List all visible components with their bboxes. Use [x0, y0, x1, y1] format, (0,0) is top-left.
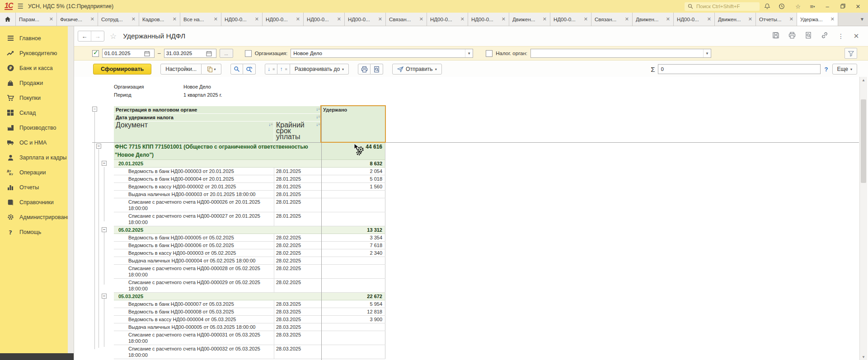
window-tab[interactable]: Кадров... ✕	[139, 13, 180, 26]
deadline-cell[interactable]: 28.01.2025	[274, 168, 321, 175]
table-row[interactable]: − Ведомость в кассу НД00-000003 от 05.02…	[114, 249, 385, 257]
deadline-cell[interactable]: 28.03.2025	[274, 331, 321, 345]
header-withheld-selected-cell[interactable]: Удержано	[321, 106, 385, 142]
collapse-group-icon[interactable]: −	[96, 144, 101, 149]
more-button[interactable]: Еще ▾	[832, 64, 857, 75]
collapse-group-icon[interactable]: −	[102, 294, 107, 299]
global-search-input[interactable]	[695, 3, 751, 9]
document-cell[interactable]: Выдача наличных НД00-000005 от 05.03.202…	[114, 323, 274, 331]
table-row[interactable]: − Ведомость в банк НД00-000008 от 05.03.…	[114, 308, 385, 316]
notifications-bell-icon[interactable]	[764, 3, 774, 9]
table-row[interactable]: − 20.01.2025 8 632	[114, 160, 385, 168]
document-cell[interactable]: 05.03.2025	[114, 293, 321, 300]
table-row[interactable]: − Выдача наличных НД00-000003 от 20.01.2…	[114, 191, 385, 198]
close-tab-icon[interactable]: ✕	[337, 17, 341, 22]
deadline-cell[interactable]: 28.01.2025	[274, 175, 321, 182]
document-cell[interactable]: Списание с расчетного счета НД00-000026 …	[114, 198, 274, 212]
chevron-down-icon[interactable]: ▼	[703, 49, 711, 57]
tax-authority-combo[interactable]: ▼	[530, 49, 711, 58]
window-tab[interactable]: Связан... ✕	[386, 13, 427, 26]
document-cell[interactable]: Списание с расчетного счета НД00-000028 …	[114, 265, 274, 278]
table-row[interactable]: − Ведомость в кассу НД00-000004 от 05.03…	[114, 316, 385, 323]
table-row[interactable]: − Списание с расчетного счета НД00-00003…	[114, 345, 385, 359]
close-tab-icon[interactable]: ✕	[214, 17, 218, 22]
window-tab[interactable]: НД00-0... ✕	[263, 13, 304, 26]
deadline-cell[interactable]: 28.01.2025	[274, 212, 321, 226]
scroll-down-icon[interactable]: ▼	[860, 354, 867, 360]
period-choice-button[interactable]: ...	[220, 49, 233, 58]
withheld-cell[interactable]: 13 312	[321, 226, 385, 234]
withheld-cell[interactable]: 5 018	[321, 175, 385, 182]
withheld-cell[interactable]: 22 672	[321, 293, 385, 300]
window-tab[interactable]: Связан... ✕	[591, 13, 633, 26]
deadline-cell[interactable]: 28.01.2025	[274, 183, 321, 190]
global-search-box[interactable]	[685, 2, 760, 11]
deadline-cell[interactable]: 28.02.2025	[274, 242, 321, 249]
deadline-cell[interactable]: 28.03.2025	[274, 345, 321, 359]
print-icon[interactable]	[786, 32, 798, 41]
scrollbar-thumb[interactable]	[861, 99, 866, 183]
report-variants-button[interactable]: ▾	[202, 64, 221, 75]
back-button[interactable]: ←	[78, 31, 91, 41]
table-row[interactable]: − Списание с расчетного счета НД00-00002…	[114, 265, 385, 279]
document-cell[interactable]: Списание с расчетного счета НД00-000027 …	[114, 212, 274, 226]
organization-checkbox[interactable]	[245, 50, 252, 57]
document-cell[interactable]: Списание с расчетного счета НД00-000029 …	[114, 279, 274, 292]
sidebar-item-prodazhi[interactable]: Продажи	[0, 75, 68, 90]
document-cell[interactable]: Ведомость в банк НД00-000008 от 05.03.20…	[114, 308, 274, 315]
withheld-cell[interactable]: 2 340	[321, 249, 385, 257]
close-tab-icon[interactable]: ✕	[707, 17, 711, 22]
close-tab-icon[interactable]: ✕	[666, 17, 670, 22]
generate-button[interactable]: Сформировать	[93, 64, 151, 75]
organization-combo[interactable]: Новое Дело ▼	[291, 49, 473, 58]
close-window-button[interactable]: ✕	[853, 3, 863, 10]
window-tab[interactable]: НД00-0... ✕	[468, 13, 509, 26]
deadline-cell[interactable]: 28.03.2025	[274, 300, 321, 308]
withheld-cell[interactable]: 5 954	[321, 300, 385, 308]
close-tab-icon[interactable]: ✕	[830, 17, 835, 22]
table-row[interactable]: − Списание с расчетного счета НД00-00003…	[114, 331, 385, 345]
window-tab[interactable]: НД00-0... ✕	[221, 13, 263, 26]
forward-button[interactable]: →	[91, 31, 104, 41]
document-cell[interactable]: Списание с расчетного счета НД00-000031 …	[114, 331, 274, 345]
withheld-cell[interactable]	[321, 345, 385, 359]
collapse-group-icon[interactable]: −	[102, 161, 107, 166]
withheld-cell[interactable]	[321, 212, 385, 226]
window-tab[interactable]: Парам... ✕	[16, 13, 57, 26]
sidebar-item-operacii[interactable]: ДтКт Операции	[0, 165, 68, 180]
close-tab-icon[interactable]: ✕	[625, 17, 629, 22]
calendar-icon[interactable]	[144, 51, 150, 56]
sidebar-item-bank-kassa[interactable]: ₽ Банк и касса	[0, 61, 68, 75]
chevron-down-icon[interactable]: ▼	[465, 49, 473, 57]
deadline-cell[interactable]: 28.03.2025	[274, 323, 321, 331]
find-next-button[interactable]	[243, 64, 256, 75]
sidebar-item-zarplata-kadry[interactable]: Зарплата и кадры	[0, 150, 68, 165]
minimize-button[interactable]: –	[822, 3, 833, 10]
deadline-cell[interactable]: 28.02.2025	[274, 279, 321, 292]
help-button[interactable]: ?	[823, 66, 830, 73]
close-tab-icon[interactable]: ✕	[173, 17, 177, 22]
close-tab-icon[interactable]: ✕	[748, 17, 752, 22]
period-from-input[interactable]	[103, 51, 144, 56]
withheld-cell[interactable]	[321, 257, 385, 264]
find-button[interactable]	[230, 64, 243, 75]
close-tab-icon[interactable]: ✕	[543, 17, 547, 22]
table-row[interactable]: − Ведомость в банк НД00-000005 от 05.02.…	[114, 234, 385, 242]
withheld-cell[interactable]	[321, 198, 385, 212]
tax-authority-checkbox[interactable]	[486, 50, 493, 57]
header-deadline[interactable]: Крайний срок уплаты ↓≡	[274, 122, 321, 142]
window-tab[interactable]: Физиче... ✕	[57, 13, 98, 26]
period-from-field[interactable]	[102, 49, 155, 58]
collapse-groups-button[interactable]: ↓≡	[265, 64, 277, 75]
document-cell[interactable]: Ведомость в кассу НД00-000002 от 20.01.2…	[114, 183, 274, 190]
sidebar-item-sklad[interactable]: Склад	[0, 105, 68, 120]
document-cell[interactable]: Ведомость в банк НД00-000003 от 20.01.20…	[114, 168, 274, 175]
withheld-cell[interactable]: 12 818	[321, 308, 385, 315]
restore-button[interactable]	[837, 3, 848, 10]
document-cell[interactable]: Выдача наличных НД00-000003 от 20.01.202…	[114, 191, 274, 198]
close-tab-icon[interactable]: ✕	[460, 17, 464, 22]
service-menu-icon[interactable]: ≡▾	[807, 4, 817, 9]
expand-groups-button[interactable]: ↑≡	[277, 64, 290, 75]
window-tab[interactable]: НД00-0... ✕	[304, 13, 345, 26]
document-cell[interactable]: Ведомость в банк НД00-000005 от 05.02.20…	[114, 234, 274, 241]
